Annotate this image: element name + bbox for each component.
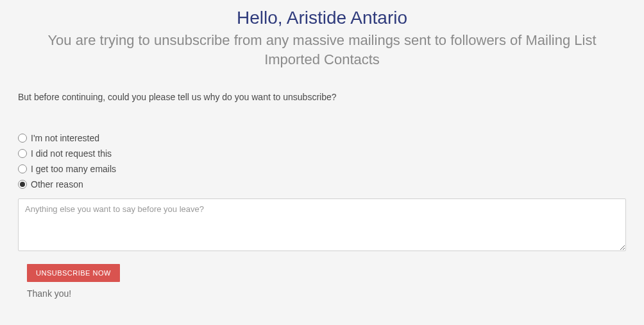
option-not-requested-label[interactable]: I did not request this [31, 148, 112, 159]
prompt-text: But before continuing, could you please … [18, 92, 626, 102]
option-too-many-row: I get too many emails [18, 164, 626, 174]
option-too-many-label[interactable]: I get too many emails [31, 164, 116, 174]
subtitle-text: You are trying to unsubscribe from any m… [18, 31, 626, 92]
option-other-radio[interactable] [18, 180, 27, 189]
option-not-interested-row: I'm not interested [18, 133, 626, 143]
option-not-requested-radio[interactable] [18, 149, 27, 158]
option-not-interested-label[interactable]: I'm not interested [31, 133, 99, 143]
option-other-row: Other reason [18, 179, 626, 189]
thank-you-text: Thank you! [27, 288, 626, 299]
feedback-textarea[interactable] [18, 198, 626, 251]
reason-options: I'm not interested I did not request thi… [18, 133, 626, 189]
option-other-label[interactable]: Other reason [31, 179, 83, 189]
unsubscribe-button[interactable]: UNSUBSCRIBE NOW [27, 264, 120, 282]
greeting-title: Hello, Aristide Antario [18, 0, 626, 31]
option-too-many-radio[interactable] [18, 164, 27, 173]
option-not-requested-row: I did not request this [18, 148, 626, 159]
option-not-interested-radio[interactable] [18, 134, 27, 143]
